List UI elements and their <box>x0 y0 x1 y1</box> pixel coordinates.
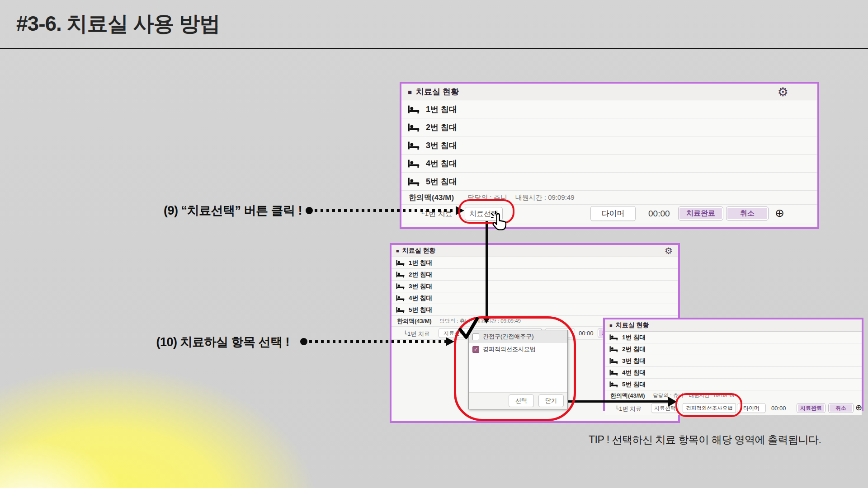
bed-icon <box>609 346 618 352</box>
flow-arrow-line-2 <box>568 400 669 403</box>
bed-row-5[interactable]: 5번 침대 <box>392 304 678 316</box>
timer-value: 00:00 <box>579 330 594 337</box>
checkmark-annotation-icon <box>458 316 479 342</box>
bed-label: 4번 침대 <box>426 158 457 169</box>
step9-dotted-line <box>315 209 457 212</box>
step9-dot <box>306 207 313 214</box>
bed-icon <box>609 381 618 388</box>
bed-icon <box>408 105 420 114</box>
bed-label: 1번 침대 <box>409 259 432 267</box>
bed-row-2[interactable]: 2번 침대 <box>401 118 817 136</box>
add-treatment-icon[interactable]: ⊕ <box>855 404 862 412</box>
bullet-square-icon: ■ <box>408 89 412 95</box>
cancel-button[interactable]: 취소 <box>828 403 854 413</box>
step9-annotation: (9) “치료선택” 버튼 클릭 ! <box>118 202 302 219</box>
flow-arrow-line <box>486 221 488 317</box>
bed-row-4[interactable]: 4번 침대 <box>392 292 678 304</box>
patient-name: 한의맥(43/M) <box>397 317 432 325</box>
bed-label: 4번 침대 <box>622 369 646 377</box>
treatment-row-label: └1번 치료 <box>403 330 430 338</box>
bed-icon <box>609 369 618 376</box>
bed-icon <box>396 306 405 313</box>
bed-label: 3번 침대 <box>426 140 457 151</box>
treatment-complete-button[interactable]: 치료완료 <box>678 206 723 221</box>
step10-annotation: (10) 치료하실 항목 선택 ! <box>108 334 289 350</box>
step10-dot <box>300 338 307 345</box>
settings-gear-icon[interactable]: ⚙ <box>778 86 788 98</box>
bed-row-3[interactable]: 3번 침대 <box>401 136 817 155</box>
bed-icon <box>408 123 420 132</box>
panel-header: ■ 치료실 현황 ⚙ <box>392 245 678 257</box>
panel-empty-area <box>401 223 817 227</box>
step10-dotted-line <box>309 340 446 343</box>
patient-visit-time: 내원시간 : 09:09:49 <box>515 193 575 202</box>
title-divider <box>0 48 868 49</box>
bed-label: 2번 침대 <box>622 345 646 353</box>
bed-row-4[interactable]: 4번 침대 <box>401 155 817 173</box>
settings-gear-icon[interactable]: ⚙ <box>665 246 673 255</box>
bed-row-2[interactable]: 2번 침대 <box>392 269 678 281</box>
panel-title: 치료실 현황 <box>416 86 459 97</box>
bed-icon <box>396 271 405 278</box>
bed-label: 5번 침대 <box>426 176 457 187</box>
timer-value: 00:00 <box>648 209 670 219</box>
add-treatment-icon[interactable]: ⊕ <box>775 207 784 219</box>
bed-row-1[interactable]: 1번 침대 <box>392 257 678 269</box>
panel-header: ■ 치료실 현황 ⚙ <box>401 84 817 100</box>
bed-label: 1번 침대 <box>622 333 646 342</box>
bed-row-4[interactable]: 4번 침대 <box>605 367 862 379</box>
bed-icon <box>408 141 420 150</box>
bed-label: 4번 침대 <box>409 294 432 302</box>
bed-label: 3번 침대 <box>409 282 432 291</box>
bed-label: 3번 침대 <box>622 357 646 365</box>
bed-icon <box>408 177 420 186</box>
bed-row-3[interactable]: 3번 침대 <box>392 281 678 292</box>
selected-item-red-circle <box>675 393 742 417</box>
bed-icon <box>396 259 405 266</box>
tip-text: TIP ! 선택하신 치료 항목이 해당 영역에 출력됩니다. <box>589 433 821 447</box>
treatment-complete-button[interactable]: 치료완료 <box>797 403 826 413</box>
patient-name: 한의맥(43/M) <box>610 392 645 400</box>
cancel-button[interactable]: 취소 <box>726 206 769 221</box>
bed-label: 2번 침대 <box>426 122 457 133</box>
panel-title: 치료실 현황 <box>616 321 649 329</box>
bed-label: 1번 침대 <box>426 104 457 115</box>
bed-row-5[interactable]: 5번 침대 <box>605 379 862 390</box>
step10-arrowhead-icon <box>446 337 454 346</box>
panel-title: 치료실 현황 <box>402 247 436 255</box>
bed-icon <box>396 295 405 301</box>
bed-row-3[interactable]: 3번 침대 <box>605 355 862 367</box>
patient-name: 한의맥(43/M) <box>409 192 454 203</box>
bullet-square-icon: ■ <box>396 249 399 253</box>
hand-cursor-icon <box>490 211 510 234</box>
bed-icon <box>609 334 618 341</box>
bed-label: 5번 침대 <box>622 380 646 389</box>
bed-icon <box>396 283 405 290</box>
bed-label: 5번 침대 <box>409 306 432 314</box>
bed-label: 2번 침대 <box>409 271 432 279</box>
bed-row-2[interactable]: 2번 침대 <box>605 343 862 355</box>
timer-button[interactable]: 타이머 <box>590 206 636 221</box>
bed-row-1[interactable]: 1번 침대 <box>401 100 817 118</box>
bed-row-5[interactable]: 5번 침대 <box>401 173 817 191</box>
timer-value: 00:00 <box>771 405 786 412</box>
bullet-square-icon: ■ <box>609 323 613 328</box>
bed-icon <box>609 357 618 364</box>
treatment-row-label: └1번 치료 <box>615 405 642 413</box>
page-title: #3-6. 치료실 사용 방법 <box>16 10 220 38</box>
bed-icon <box>408 159 420 168</box>
panel-header: ■ 치료실 현황 <box>605 319 862 332</box>
bed-row-1[interactable]: 1번 침대 <box>605 332 862 343</box>
